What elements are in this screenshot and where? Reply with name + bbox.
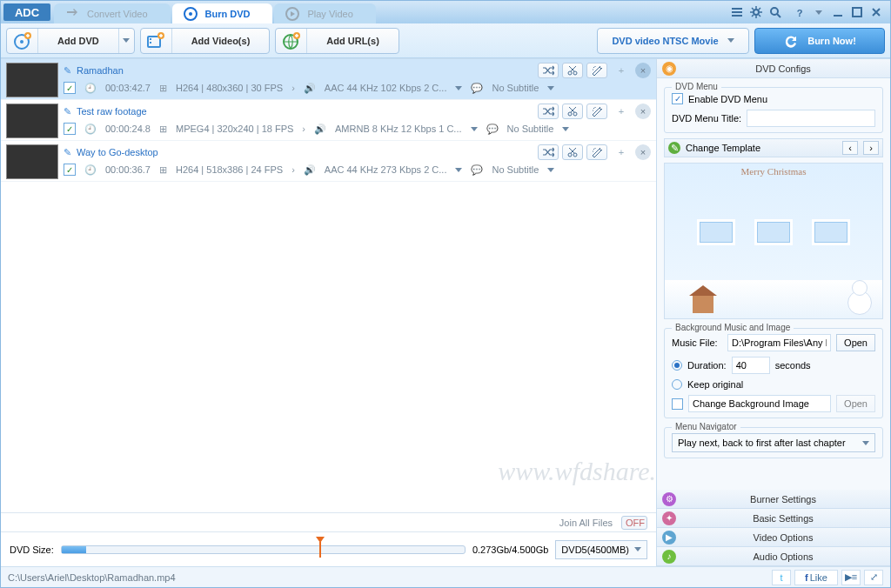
template-prev-button[interactable]: ‹	[842, 141, 858, 155]
search-icon[interactable]	[767, 3, 784, 21]
svg-point-7	[771, 8, 778, 15]
playlist-button[interactable]: ▶≡	[841, 570, 861, 585]
options-icon[interactable]	[728, 3, 746, 21]
cut-button[interactable]	[562, 63, 583, 78]
output-profile-select[interactable]: DVD video NTSC Movie	[597, 28, 749, 54]
dvd-menu-legend: DVD Menu	[672, 82, 721, 91]
template-next-button[interactable]: ›	[863, 141, 879, 155]
duration-input[interactable]	[732, 357, 770, 374]
subtitle-icon: 💬	[471, 164, 483, 176]
cut-button[interactable]	[562, 104, 583, 119]
remove-item-button[interactable]: ×	[635, 104, 651, 119]
add-dvd-dropdown[interactable]	[118, 29, 134, 53]
keep-original-radio[interactable]	[672, 379, 682, 390]
add-item-button[interactable]: +	[611, 144, 632, 160]
pencil-icon[interactable]: ✎	[64, 147, 71, 158]
list-item[interactable]: ✎ Way to Go-desktop + × ✓ 🕘 00:00:36.7 ⊞…	[1, 141, 656, 182]
add-videos-button[interactable]: Add Video(s)	[140, 28, 271, 54]
burn-now-button[interactable]: Burn Now!	[754, 28, 885, 54]
audio-dropdown[interactable]	[471, 127, 478, 131]
subtitle-dropdown[interactable]	[547, 86, 554, 90]
expand-button[interactable]: ⤢	[864, 570, 883, 585]
dvd-media-select[interactable]: DVD5(4500MB)	[555, 540, 647, 559]
toolbar: Add DVD Add Video(s) Add URL(s) DVD vide…	[1, 23, 890, 58]
chevron-right-icon[interactable]: ›	[291, 83, 295, 93]
menu-title-label: DVD Menu Title:	[672, 113, 741, 124]
subtitle-icon: 💬	[486, 124, 499, 135]
menu-navigator-select[interactable]: Play next, back to first after last chap…	[672, 433, 875, 452]
speaker-icon: 🔊	[304, 83, 316, 94]
item-checkbox[interactable]: ✓	[64, 164, 76, 176]
subtitle-dropdown[interactable]	[547, 168, 554, 172]
disc-icon	[183, 6, 198, 22]
effects-button[interactable]	[586, 63, 607, 78]
menu-title-input[interactable]	[747, 110, 875, 127]
basic-settings-header[interactable]: ✦Basic Settings	[657, 509, 890, 528]
add-item-button[interactable]: +	[611, 63, 632, 78]
svg-rect-15	[150, 38, 151, 40]
facebook-like-button[interactable]: fLike	[794, 570, 838, 585]
audio-dropdown[interactable]	[455, 86, 462, 90]
dvd-size-progress	[61, 545, 466, 554]
item-video-info: H264 | 518x386 | 24 FPS	[176, 164, 283, 175]
list-item[interactable]: ✎ Test raw footage + × ✓ 🕘 00:00:24.8 ⊞ …	[1, 100, 656, 141]
shuffle-button[interactable]	[538, 63, 559, 78]
item-video-info: MPEG4 | 320x240 | 18 FPS	[176, 124, 293, 134]
subtitle-dropdown[interactable]	[562, 127, 569, 131]
audio-dropdown[interactable]	[455, 168, 462, 172]
maximize-button[interactable]	[848, 3, 866, 21]
music-file-input[interactable]	[727, 334, 831, 351]
item-title: Test raw footage	[77, 106, 147, 117]
music-open-button[interactable]: Open	[836, 334, 875, 351]
remove-item-button[interactable]: ×	[635, 63, 651, 78]
shuffle-button[interactable]	[538, 144, 559, 160]
add-dvd-button[interactable]: Add DVD	[6, 28, 135, 54]
join-all-toggle[interactable]: OFF	[621, 516, 647, 530]
duration-radio[interactable]	[672, 360, 682, 371]
chevron-right-icon[interactable]: ›	[291, 164, 295, 175]
change-template-button[interactable]: Change Template	[686, 143, 837, 153]
wrench-icon: ✦	[662, 511, 676, 525]
change-bg-checkbox[interactable]: ✓	[672, 398, 683, 410]
add-urls-button[interactable]: Add URL(s)	[275, 28, 399, 54]
effects-button[interactable]	[586, 104, 607, 119]
help-icon[interactable]: ?	[791, 3, 808, 21]
enable-dvd-menu-label: Enable DVD Menu	[688, 94, 767, 104]
effects-button[interactable]	[586, 144, 607, 160]
svg-point-24	[568, 153, 572, 157]
minimize-button[interactable]	[829, 3, 847, 21]
play-icon	[285, 6, 300, 22]
shuffle-button[interactable]	[538, 104, 559, 119]
svg-rect-9	[834, 15, 842, 17]
item-duration: 00:00:36.7	[105, 164, 151, 175]
music-file-label: Music File:	[672, 337, 722, 348]
list-item[interactable]: ✎ Ramadhan + × ✓ 🕘 00:03:42.7 ⊞ H264 | 4…	[1, 59, 656, 100]
duration-label: Duration:	[687, 360, 727, 371]
add-item-button[interactable]: +	[611, 104, 632, 119]
item-duration: 00:00:24.8	[105, 124, 151, 134]
settings-icon[interactable]	[747, 3, 765, 21]
close-button[interactable]	[868, 3, 885, 21]
item-title: Way to Go-desktop	[77, 147, 158, 157]
audio-options-header[interactable]: ♪Audio Options	[657, 547, 890, 566]
pencil-icon[interactable]: ✎	[64, 65, 71, 77]
burner-settings-header[interactable]: ⚙Burner Settings	[657, 490, 890, 509]
add-videos-label: Add Video(s)	[172, 36, 270, 46]
remove-item-button[interactable]: ×	[635, 144, 651, 160]
tab-burn-dvd[interactable]: Burn DVD	[172, 3, 273, 23]
output-profile-label: DVD video NTSC Movie	[612, 36, 718, 46]
tab-convert-video[interactable]: Convert Video	[54, 3, 171, 23]
tab-play-video[interactable]: Play Video	[274, 3, 375, 23]
cut-button[interactable]	[562, 144, 583, 160]
dvd-configs-header[interactable]: ◉ DVD Configs	[657, 59, 890, 78]
change-bg-input[interactable]	[688, 395, 831, 412]
help-dropdown-icon[interactable]	[810, 3, 827, 21]
item-checkbox[interactable]: ✓	[64, 123, 76, 135]
video-options-header[interactable]: ▶Video Options	[657, 528, 890, 547]
chevron-right-icon[interactable]: ›	[302, 124, 305, 134]
twitter-button[interactable]: t	[772, 570, 791, 585]
item-checkbox[interactable]: ✓	[64, 82, 76, 94]
enable-dvd-menu-checkbox[interactable]: ✓	[672, 93, 683, 104]
svg-point-20	[568, 71, 572, 75]
pencil-icon[interactable]: ✎	[64, 106, 71, 117]
